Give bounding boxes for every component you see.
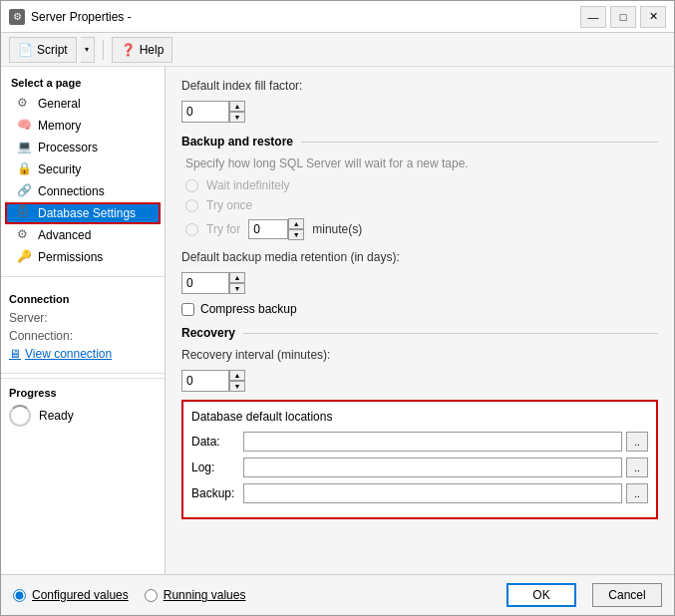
backup-description: Specify how long SQL Server will wait fo… [181,156,658,170]
data-location-input[interactable] [243,432,622,452]
wait-indefinitely-radio[interactable] [185,179,198,192]
configured-values-radio[interactable] [13,589,26,602]
backup-location-browse-button[interactable]: .. [626,483,648,503]
sidebar-item-database-settings[interactable]: 🗄 Database Settings [5,202,161,224]
script-dropdown-button[interactable]: ▾ [81,37,95,63]
sidebar-item-label-database-settings: Database Settings [38,206,136,220]
index-fill-input-group: ▲ ▼ [181,101,658,123]
sidebar-item-label-advanced: Advanced [38,228,91,242]
processors-icon: 💻 [17,140,33,155]
view-connection-link[interactable]: 🖥 View connection [9,347,157,361]
backup-retention-up-button[interactable]: ▲ [229,272,245,283]
data-location-label: Data: [191,435,239,449]
recovery-section-line [243,333,658,334]
index-fill-down-button[interactable]: ▼ [229,112,245,123]
recovery-section-title: Recovery [181,326,235,340]
try-once-row: Try once [185,198,658,212]
script-button[interactable]: 📄 Script [9,37,77,63]
backup-retention-row: Default backup media retention (in days)… [181,250,658,264]
security-icon: 🔒 [17,161,33,177]
try-once-radio[interactable] [185,199,198,212]
toolbar-separator [103,40,104,60]
backup-location-label: Backup: [191,486,239,500]
index-fill-up-button[interactable]: ▲ [229,101,245,112]
progress-spinner-icon [9,405,31,427]
recovery-interval-label: Recovery interval (minutes): [181,348,330,362]
running-values-label[interactable]: Running values [164,588,246,602]
recovery-interval-input[interactable] [181,370,229,392]
try-for-spinners: ▲ ▼ [288,218,304,240]
progress-title: Progress [9,387,157,405]
bottom-row: Configured values Running values OK Canc… [1,574,674,615]
content-area: Select a page ⚙ General 🧠 Memory 💻 Proce… [1,67,674,574]
sidebar-item-security[interactable]: 🔒 Security [5,158,161,180]
locations-box: Database default locations Data: .. Log:… [181,400,658,519]
backup-location-row: Backup: .. [191,483,648,503]
sidebar-item-processors[interactable]: 💻 Processors [5,137,161,158]
running-values-radio-group: Running values [145,588,246,602]
try-for-input[interactable] [248,219,288,239]
view-connection-text: View connection [25,347,112,361]
toolbar: 📄 Script ▾ ❓ Help [1,33,674,67]
sidebar-item-label-security: Security [38,162,81,176]
index-fill-input[interactable] [181,101,229,123]
progress-divider [1,373,165,374]
advanced-icon: ⚙ [17,227,33,243]
sidebar-item-connections[interactable]: 🔗 Connections [5,180,161,202]
recovery-section-header: Recovery [181,326,658,340]
configured-values-label[interactable]: Configured values [32,588,129,602]
data-location-browse-button[interactable]: .. [626,432,648,452]
memory-icon: 🧠 [17,118,33,134]
script-icon: 📄 [18,43,33,57]
maximize-button[interactable]: □ [610,6,636,28]
try-for-radio[interactable] [185,223,198,236]
cancel-button[interactable]: Cancel [592,583,662,607]
backup-section-line [301,142,658,143]
try-for-down-button[interactable]: ▼ [288,229,304,240]
progress-section: Progress Ready [1,378,165,435]
connection-label: Connection: [9,329,157,343]
log-location-row: Log: .. [191,458,648,477]
minimize-button[interactable]: — [580,6,606,28]
help-label: Help [140,43,165,57]
script-label: Script [37,43,68,57]
close-button[interactable]: ✕ [640,6,666,28]
sidebar-item-label-memory: Memory [38,119,81,133]
ok-button[interactable]: OK [506,583,576,607]
general-icon: ⚙ [17,96,33,112]
backup-radio-group: Wait indefinitely Try once Try for ▲ ▼ [181,178,658,240]
sidebar-item-permissions[interactable]: 🔑 Permissions [5,246,161,268]
sidebar-item-label-general: General [38,97,81,111]
recovery-interval-input-group: ▲ ▼ [181,370,658,392]
recovery-interval-up-button[interactable]: ▲ [229,370,245,381]
backup-location-input[interactable] [243,483,622,503]
running-values-radio[interactable] [145,589,158,602]
sidebar-item-label-permissions: Permissions [38,250,103,264]
window-title: Server Properties - [31,10,580,24]
permissions-icon: 🔑 [17,249,33,265]
wait-indefinitely-label: Wait indefinitely [206,178,290,192]
sidebar-item-general[interactable]: ⚙ General [5,93,161,115]
compress-backup-checkbox[interactable] [181,303,194,316]
backup-section-title: Backup and restore [181,135,293,149]
connection-section: Connection Server: Connection: 🖥 View co… [1,281,165,369]
log-location-input[interactable] [243,458,622,477]
log-location-browse-button[interactable]: .. [626,458,648,477]
server-properties-window: ⚙ Server Properties - — □ ✕ 📄 Script ▾ ❓… [0,0,675,616]
configured-values-radio-group: Configured values [13,588,129,602]
backup-retention-spinners: ▲ ▼ [229,272,245,294]
index-fill-row: Default index fill factor: [181,79,658,93]
backup-retention-label: Default backup media retention (in days)… [181,250,400,264]
recovery-interval-down-button[interactable]: ▼ [229,381,245,392]
backup-retention-input[interactable] [181,272,229,294]
backup-retention-down-button[interactable]: ▼ [229,283,245,294]
try-for-up-button[interactable]: ▲ [288,218,304,229]
sidebar-section-title: Select a page [5,73,161,93]
sidebar-item-label-connections: Connections [38,184,105,198]
try-for-label: Try for [206,222,240,236]
window-controls: — □ ✕ [580,6,666,28]
help-button[interactable]: ❓ Help [112,37,173,63]
sidebar-item-memory[interactable]: 🧠 Memory [5,115,161,137]
wait-indefinitely-row: Wait indefinitely [185,178,658,192]
sidebar-item-advanced[interactable]: ⚙ Advanced [5,224,161,246]
